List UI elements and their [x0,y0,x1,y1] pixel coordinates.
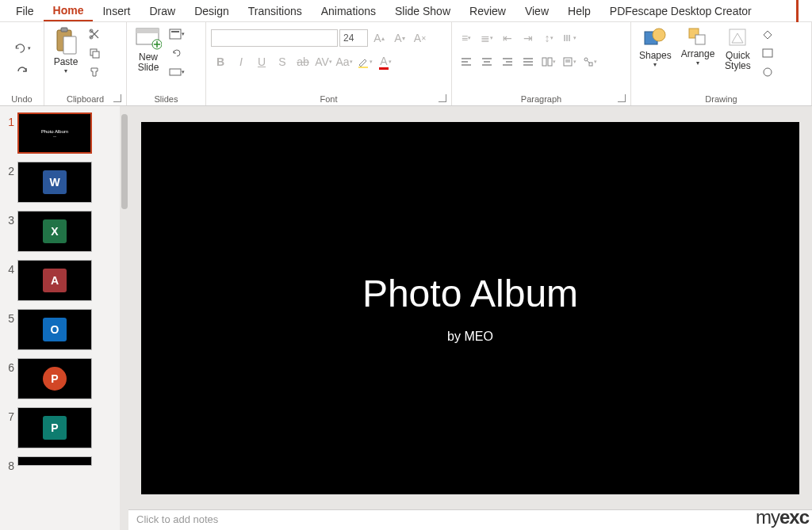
menu-insert[interactable]: Insert [93,2,140,21]
strikethrough-button[interactable]: ab [293,52,312,71]
clipboard-launcher[interactable] [113,94,121,102]
slide-subtitle-text[interactable]: by MEO [447,330,493,344]
bold-button[interactable]: B [211,52,230,71]
grow-font-button[interactable]: A▴ [370,29,389,48]
menu-transitions[interactable]: Transitions [239,2,312,21]
slide-thumbnail[interactable]: 1 Photo Album — [3,112,117,154]
slide-thumbnail[interactable]: 4 A [3,260,117,301]
shapes-button[interactable]: Shapes ▾ [636,25,675,70]
slide-thumbnail[interactable]: 3 X [3,211,117,252]
menu-file[interactable]: File [6,2,44,21]
shrink-font-button[interactable]: A▾ [390,29,409,48]
line-spacing-button[interactable]: ↕▾ [539,29,558,48]
slide-thumbnail[interactable]: 2 W [3,162,117,203]
format-painter-button[interactable] [86,63,103,81]
section-button[interactable]: ▾ [168,63,186,81]
shapes-icon [643,27,667,49]
copy-button[interactable] [86,44,103,62]
align-center-button[interactable] [477,52,496,71]
paste-label: Paste [54,57,79,67]
italic-button[interactable]: I [232,52,251,71]
undo-button[interactable]: ▾ [13,40,31,57]
slide-canvas[interactable]: Photo Album by MEO [141,122,799,494]
layout-button[interactable]: ▾ [168,25,186,43]
redo-button[interactable] [13,62,31,79]
change-case-button[interactable]: Aa▾ [335,52,354,71]
highlight-button[interactable]: ▾ [355,52,374,71]
justify-button[interactable] [519,52,538,71]
thumbnail-pane[interactable]: 1 Photo Album — 2 W 3 X 4 A [0,106,120,530]
slide-number: 2 [3,162,17,177]
svg-rect-8 [136,29,159,33]
align-text-button[interactable]: ▾ [560,52,579,71]
menu-home[interactable]: Home [44,1,94,21]
shape-effects-button[interactable] [759,63,776,81]
ribbon: ▾ Undo Paste ▾ [0,22,812,106]
menu-help[interactable]: Help [558,2,600,21]
slide-preview[interactable]: P [17,358,92,399]
menu-view[interactable]: View [515,2,558,21]
slide-thumbnail[interactable]: 7 P [3,407,117,448]
font-launcher[interactable] [439,94,446,102]
align-right-button[interactable] [498,52,517,71]
paste-button[interactable]: Paste ▾ [49,25,82,76]
slide-thumbnail[interactable]: 5 O [3,309,117,350]
slide-thumbnail[interactable]: 8 [3,456,117,472]
arrange-icon [688,27,708,48]
font-color-button[interactable]: A▾ [376,52,395,71]
shape-outline-button[interactable] [759,44,776,62]
text-direction-button[interactable]: ▾ [560,29,579,48]
quick-styles-button[interactable]: Quick Styles [721,25,754,73]
chevron-down-icon: ▾ [64,67,67,74]
shapes-label: Shapes [639,51,672,61]
slide-preview[interactable]: Photo Album — [17,112,92,154]
underline-button[interactable]: U [252,52,271,71]
font-size-combo[interactable] [339,29,368,47]
menu-bar: File Home Insert Draw Design Transitions… [0,0,812,22]
menu-slideshow[interactable]: Slide Show [385,2,460,21]
slide-preview[interactable]: W [17,162,92,203]
slide-preview[interactable]: O [17,309,92,350]
clear-format-button[interactable]: A✕ [411,29,430,48]
slide-thumbnail[interactable]: 6 P [3,358,117,399]
columns-button[interactable]: ▾ [539,52,558,71]
bullets-button[interactable]: ≡▾ [457,29,476,48]
svg-rect-1 [61,28,67,32]
indent-left-button[interactable]: ⇤ [498,29,517,48]
shadow-button[interactable]: S [273,52,292,71]
new-slide-button[interactable]: New Slide [132,25,165,74]
thumbnail-scrollbar[interactable] [120,106,128,530]
menu-draw[interactable]: Draw [140,2,185,21]
slide-title-text[interactable]: Photo Album [362,272,578,315]
svg-rect-12 [170,69,181,75]
cut-button[interactable] [86,25,103,43]
menu-pdfescape[interactable]: PDFescape Desktop Creator [600,2,761,21]
arrange-button[interactable]: Arrange ▾ [678,25,718,68]
menu-review[interactable]: Review [460,2,515,21]
menu-animations[interactable]: Animations [312,2,385,21]
notes-pane[interactable]: Click to add notes [128,509,812,530]
scissors-icon [89,29,100,40]
quick-styles-label: Quick Styles [725,51,751,71]
slide-preview[interactable]: A [17,260,92,301]
indent-right-button[interactable]: ⇥ [519,29,538,48]
slide-preview[interactable]: X [17,211,92,252]
word-icon: W [43,170,67,194]
align-left-button[interactable] [457,52,476,71]
scrollbar-thumb[interactable] [121,114,128,209]
slide-preview[interactable]: P [17,407,92,448]
char-spacing-button[interactable]: AV▾ [314,52,333,71]
slide-editor-area: Photo Album by MEO Click to add notes [128,106,812,530]
group-label-clipboard: Clipboard [49,93,121,104]
menu-design[interactable]: Design [185,2,239,21]
slide-preview[interactable] [17,456,92,466]
numbering-button[interactable]: ≣▾ [477,29,496,48]
font-name-combo[interactable] [211,29,338,47]
smartart-button[interactable]: ▾ [580,52,599,71]
chevron-down-icon: ▾ [696,59,699,67]
shape-fill-button[interactable] [759,25,776,43]
paragraph-launcher[interactable] [618,94,626,102]
reset-button[interactable] [168,44,186,62]
redo-icon [16,65,29,76]
slide-number: 3 [3,211,17,227]
